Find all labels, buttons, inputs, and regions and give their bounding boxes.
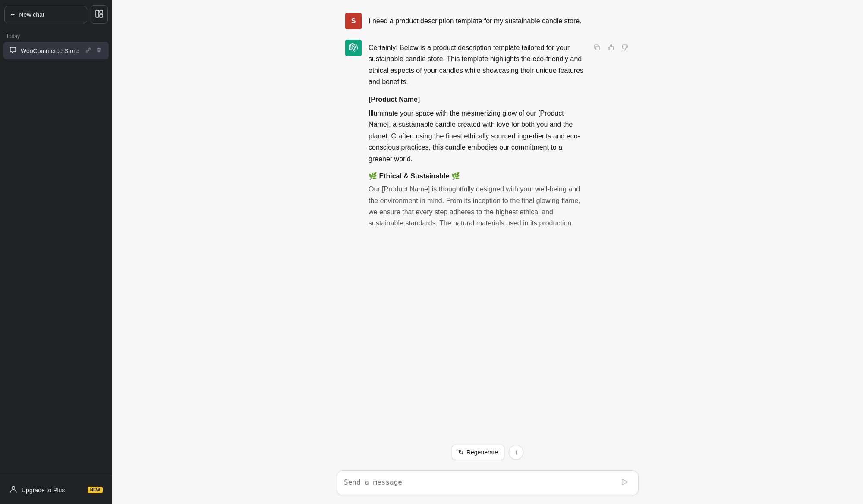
svg-point-3 [12,487,15,490]
chat-history-item[interactable]: WooCommerce Store [3,42,109,59]
section-body: Our [Product Name] is thoughtfully desig… [369,184,585,229]
sidebar-footer: Upgrade to Plus NEW [0,476,112,504]
new-chat-label: New chat [19,11,44,18]
edit-chat-button[interactable] [85,46,92,55]
scroll-down-button[interactable]: ↓ [509,445,523,460]
regenerate-icon: ↻ [458,448,464,456]
svg-rect-4 [596,46,600,50]
section-heading: 🌿 Ethical & Sustainable 🌿 [369,171,585,182]
sidebar: New chat Today WooCommerce Store [0,0,112,504]
delete-chat-button[interactable] [95,46,103,55]
input-area [112,463,863,504]
thumbs-down-button[interactable] [620,42,630,54]
regenerate-button[interactable]: ↻ Regenerate [452,445,504,460]
scroll-down-icon: ↓ [514,448,518,456]
assistant-message-row: Certainly! Below is a product descriptio… [345,40,630,235]
layout-icon [95,10,103,19]
message-input[interactable] [344,477,618,489]
copy-button[interactable] [592,42,602,54]
intro-paragraph: Illuminate your space with the mesmerizi… [369,108,585,165]
thumbs-up-button[interactable] [606,42,616,54]
today-label: Today [0,29,112,41]
user-message-wrapper: S I need a product description template … [337,13,639,29]
user-avatar: S [345,13,362,29]
product-name-placeholder: [Product Name] [369,94,585,105]
regenerate-label: Regenerate [466,449,498,456]
regenerate-area: ↻ Regenerate ↓ [443,445,532,460]
user-message-row: S I need a product description template … [345,13,630,29]
svg-rect-2 [100,14,103,17]
chat-icon [9,47,16,55]
chat-messages: S I need a product description template … [112,0,863,445]
new-chat-button[interactable]: New chat [4,6,87,23]
main-chat-area: S I need a product description template … [112,0,863,504]
chat-item-actions [85,46,103,55]
send-button[interactable] [618,477,631,489]
assistant-message-wrapper: Certainly! Below is a product descriptio… [337,40,639,235]
svg-rect-1 [100,10,103,13]
sidebar-top: New chat [0,0,112,29]
layout-toggle-button[interactable] [91,5,108,24]
chat-item-label: WooCommerce Store [21,47,80,54]
assistant-avatar [345,40,362,56]
input-container [337,470,639,495]
assistant-message-actions [592,40,630,54]
plus-icon [11,11,15,19]
assistant-message-content: Certainly! Below is a product descriptio… [369,40,585,235]
upgrade-label: Upgrade to Plus [22,487,65,494]
user-icon [9,485,17,495]
upgrade-to-plus-button[interactable]: Upgrade to Plus NEW [3,481,109,499]
intro-text: Certainly! Below is a product descriptio… [369,42,585,88]
new-badge: NEW [88,487,103,493]
user-message-content: I need a product description template fo… [369,13,630,27]
svg-rect-0 [96,10,99,17]
